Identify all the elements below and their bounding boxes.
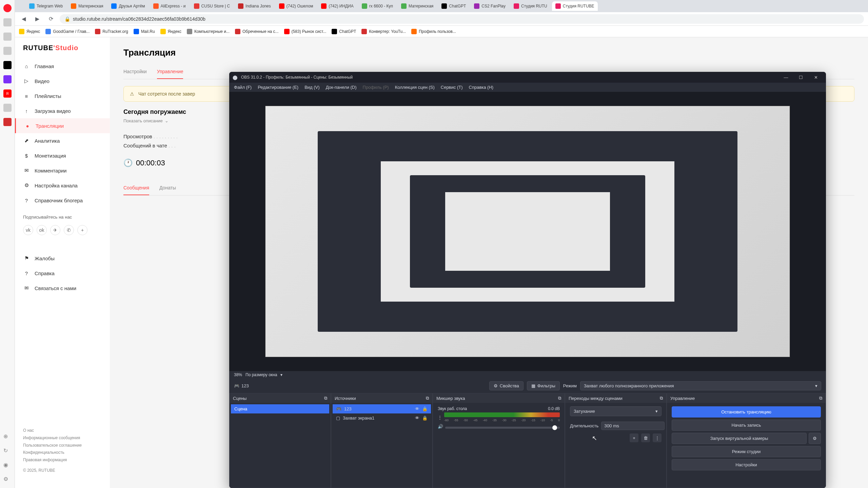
chevron-down-icon[interactable]: ▾: [280, 372, 282, 377]
bookmark-item[interactable]: (583) Рынок сист...: [284, 29, 327, 34]
duration-input[interactable]: [601, 422, 665, 430]
bookmark-item[interactable]: RuTracker.org: [95, 29, 128, 34]
popout-icon[interactable]: ⧉: [819, 395, 822, 401]
footer-about[interactable]: О нас: [23, 427, 102, 434]
zoom-mode[interactable]: По размеру окна: [245, 372, 277, 377]
popout-icon[interactable]: ⧉: [426, 395, 429, 401]
tab-settings[interactable]: Настройки: [123, 65, 147, 79]
stop-stream-button[interactable]: Остановить трансляцию: [672, 406, 821, 418]
tab-management[interactable]: Управление: [157, 65, 183, 79]
footer-info[interactable]: Информационные сообщения: [23, 434, 102, 442]
bookmark-item[interactable]: Конвертер: YouTu...: [361, 29, 406, 34]
opera-sidebar-icon[interactable]: Я: [3, 89, 12, 98]
social-telegram-icon[interactable]: ✈: [50, 225, 60, 235]
bookmark-item[interactable]: GoodGame / Глав...: [45, 29, 90, 34]
browser-tab[interactable]: ChatGPT: [438, 1, 469, 11]
browser-tab[interactable]: Студия RUTU: [510, 1, 551, 11]
sidebar-nav-item[interactable]: ✉Связаться с нами: [15, 281, 110, 296]
obs-menu-item[interactable]: Сервис (T): [441, 85, 463, 90]
rutube-logo[interactable]: RUTUBE'Studio: [15, 44, 110, 59]
bookmark-item[interactable]: Профиль пользов...: [411, 29, 456, 34]
opera-sidebar-icon[interactable]: ↻: [3, 447, 12, 455]
obs-preview[interactable]: [229, 92, 826, 371]
transition-type-select[interactable]: Затухание ▾: [570, 406, 662, 416]
source-item[interactable]: ▢Захват экрана1👁🔒: [333, 413, 431, 423]
opera-sidebar-icon[interactable]: [3, 75, 12, 83]
bookmark-item[interactable]: Mail.Ru: [134, 29, 155, 34]
opera-sidebar-icon[interactable]: ◉: [3, 462, 12, 470]
sidebar-nav-item[interactable]: ≡Плейлисты: [15, 88, 110, 103]
obs-menu-item[interactable]: Коллекция сцен (S): [395, 85, 435, 90]
properties-button[interactable]: ⚙ Свойства: [489, 381, 524, 390]
obs-menu-item[interactable]: Док-панели (D): [326, 85, 357, 90]
social-ok-icon[interactable]: ok: [37, 225, 47, 235]
forward-button[interactable]: ▶: [33, 14, 42, 24]
obs-menu-item[interactable]: Редактирование (E): [258, 85, 298, 90]
delete-transition-button[interactable]: 🗑: [641, 433, 650, 442]
close-button[interactable]: ✕: [809, 73, 823, 82]
browser-tab[interactable]: Indiana Jones: [235, 1, 274, 11]
bookmark-item[interactable]: Яндекс: [160, 29, 181, 34]
sidebar-nav-item[interactable]: ⚑Жалобы: [15, 251, 110, 266]
obs-menu-item[interactable]: Файл (F): [234, 85, 252, 90]
virtual-camera-button[interactable]: Запуск виртуальной камеры: [672, 433, 807, 444]
obs-menu-item[interactable]: Профиль (P): [363, 85, 389, 90]
studio-mode-button[interactable]: Режим студии: [672, 446, 821, 457]
back-button[interactable]: ◀: [19, 14, 28, 24]
browser-tab[interactable]: (742) Ошелом: [276, 1, 317, 11]
lock-toggle-icon[interactable]: 🔒: [422, 415, 428, 421]
opera-sidebar-icon[interactable]: [3, 61, 12, 69]
opera-sidebar-icon[interactable]: ⊕: [3, 433, 12, 441]
virtual-camera-settings-button[interactable]: ⚙: [809, 433, 821, 444]
sidebar-nav-item[interactable]: ▷Видео: [15, 74, 110, 88]
sidebar-nav-item[interactable]: ⬈Аналитика: [15, 133, 110, 148]
url-input[interactable]: 🔒 studio.rutube.ru/stream/ca06c2834d22ea…: [60, 14, 864, 24]
footer-privacy[interactable]: Конфиденциальность: [23, 449, 102, 456]
opera-sidebar-settings-icon[interactable]: ⚙: [3, 476, 12, 484]
volume-slider[interactable]: [445, 427, 560, 429]
browser-tab[interactable]: CS2 FanPlay: [471, 1, 509, 11]
reload-button[interactable]: ⟳: [46, 14, 56, 24]
tab-donations[interactable]: Донаты: [159, 181, 176, 195]
footer-legal[interactable]: Правовая информация: [23, 456, 102, 464]
lock-toggle-icon[interactable]: 🔒: [422, 406, 428, 411]
browser-tab[interactable]: Telegram Web: [26, 1, 66, 11]
social-add-icon[interactable]: +: [77, 225, 87, 235]
browser-tab[interactable]: Материнская: [67, 1, 106, 11]
speaker-icon[interactable]: 🔊: [438, 424, 443, 429]
bookmark-item[interactable]: ChatGPT: [332, 29, 356, 34]
visibility-toggle-icon[interactable]: 👁: [415, 415, 419, 421]
sidebar-nav-item[interactable]: ?Справочник блогера: [15, 193, 110, 208]
bookmark-item[interactable]: Компьютерные и...: [187, 29, 230, 34]
sidebar-nav-item[interactable]: ↑Загрузка видео: [15, 103, 110, 118]
minimize-button[interactable]: —: [779, 73, 793, 82]
start-record-button[interactable]: Начать запись: [672, 420, 821, 431]
opera-sidebar-icon[interactable]: [3, 4, 12, 12]
opera-sidebar-icon[interactable]: [3, 18, 12, 26]
scene-item[interactable]: Сцена: [231, 404, 329, 413]
visibility-toggle-icon[interactable]: 👁: [415, 406, 419, 411]
opera-sidebar-icon[interactable]: [3, 33, 12, 41]
opera-sidebar-icon[interactable]: [3, 118, 12, 126]
add-transition-button[interactable]: +: [630, 433, 638, 442]
browser-tab[interactable]: Материнская: [398, 1, 437, 11]
sidebar-nav-item[interactable]: ?Справка: [15, 266, 110, 281]
social-vk-icon[interactable]: vk: [23, 225, 33, 235]
bookmark-item[interactable]: Обреченные на с...: [235, 29, 279, 34]
sidebar-nav-item[interactable]: ●Трансляции: [15, 118, 110, 133]
sidebar-nav-item[interactable]: ⚙Настройка канала: [15, 178, 110, 193]
footer-agreement[interactable]: Пользовательское соглашение: [23, 442, 102, 449]
browser-tab[interactable]: (742) ИНДИА: [318, 1, 357, 11]
sidebar-nav-item[interactable]: $Монетизация: [15, 148, 110, 163]
sidebar-nav-item[interactable]: ⌂Главная: [15, 59, 110, 74]
browser-tab[interactable]: CUSU Store | C: [191, 1, 233, 11]
obs-menu-item[interactable]: Справка (H): [469, 85, 494, 90]
slider-thumb[interactable]: [552, 425, 557, 430]
maximize-button[interactable]: ☐: [794, 73, 808, 82]
browser-tab[interactable]: rx 6600 - Куп: [358, 1, 396, 11]
source-item[interactable]: 🎮123👁🔒: [333, 404, 431, 413]
bookmark-item[interactable]: Яндекс: [19, 29, 40, 34]
sidebar-nav-item[interactable]: ✉Комментарии: [15, 163, 110, 178]
popout-icon[interactable]: ⧉: [324, 395, 327, 401]
tab-messages[interactable]: Сообщения: [123, 181, 149, 195]
